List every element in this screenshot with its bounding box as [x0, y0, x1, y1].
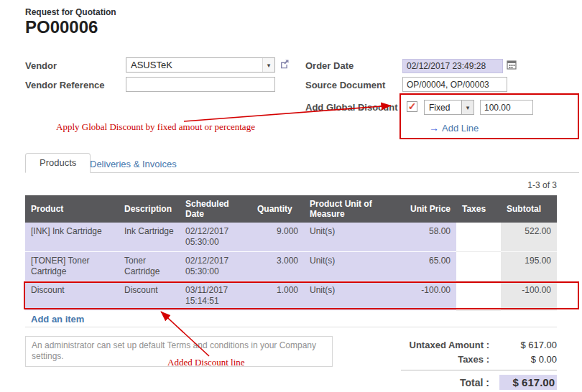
vendor-reference-input[interactable] [126, 77, 275, 92]
cell-taxes[interactable] [456, 252, 501, 281]
vendor-value: ASUSTeK [126, 60, 262, 70]
chevron-down-icon: ▾ [461, 101, 474, 114]
cell-product[interactable]: [TONER] Toner Cartridge [25, 252, 119, 281]
global-discount-label: Add Global Disocunt [305, 102, 398, 113]
total-row: Total : $ 617.00 [401, 375, 557, 390]
untaxed-amount-value: $ 617.00 [499, 340, 557, 350]
table-row[interactable]: [TONER] Toner Cartridge Toner Cartridge … [25, 252, 557, 281]
cell-uom[interactable]: Unit(s) [304, 252, 405, 281]
col-description: Description [119, 195, 180, 223]
cell-unit-price[interactable]: 65.00 [405, 252, 456, 281]
cell-subtotal: 522.00 [501, 223, 557, 252]
col-taxes: Taxes [456, 195, 501, 223]
col-quantity: Quantity [251, 195, 304, 223]
discount-amount-input[interactable] [480, 100, 533, 115]
page-title: PO00006 [25, 17, 98, 37]
table-row[interactable]: [INK] Ink Cartridge Ink Cartridge 02/12/… [25, 223, 557, 252]
totals-block: Untaxed Amount : $ 617.00 Taxes : $ 0.00… [401, 340, 557, 392]
vendor-reference-label: Vendor Reference [25, 80, 105, 90]
taxes-value: $ 0.00 [499, 354, 557, 365]
cell-product[interactable]: [INK] Ink Cartridge [25, 223, 119, 252]
cell-description[interactable]: Discount [119, 281, 180, 311]
source-document-label: Source Document [305, 80, 385, 90]
total-label: Total : [401, 377, 499, 388]
cell-description[interactable]: Toner Cartridge [119, 252, 180, 281]
table-bottom-divider [25, 327, 557, 327]
tabbar-divider [25, 172, 579, 173]
cell-taxes[interactable] [456, 281, 501, 311]
cell-quantity[interactable]: 9.000 [251, 223, 304, 252]
cell-product[interactable]: Discount [25, 281, 119, 311]
annotation-note-top: Apply Global Discount by fixed amout or … [56, 121, 255, 133]
add-line-button[interactable]: →Add Line [429, 121, 479, 134]
taxes-label: Taxes : [401, 354, 499, 365]
pager-label: 1-3 of 3 [527, 180, 557, 190]
external-link-icon[interactable] [280, 59, 290, 72]
cell-uom[interactable]: Unit(s) [304, 281, 405, 311]
order-date-label: Order Date [305, 60, 354, 71]
cell-subtotal: 195.00 [501, 252, 557, 281]
tab-products[interactable]: Products [25, 153, 91, 173]
annotation-note-bottom: Added Discount line [167, 357, 245, 368]
col-unit-price: Unit Price [405, 195, 456, 223]
table-row-discount[interactable]: Discount Discount 03/11/2017 15:14:51 1.… [25, 281, 557, 311]
calendar-icon[interactable] [507, 60, 517, 73]
cell-taxes[interactable] [456, 223, 501, 252]
add-an-item-link[interactable]: Add an item [31, 314, 84, 325]
cell-quantity[interactable]: 3.000 [251, 252, 304, 281]
arrow-right-icon: → [429, 122, 439, 134]
cell-subtotal: -100.00 [501, 281, 557, 311]
tab-deliveries-invoices[interactable]: Deliveries & Invoices [90, 159, 177, 169]
cell-unit-price[interactable]: -100.00 [405, 281, 456, 311]
col-product: Product [25, 195, 119, 223]
cell-scheduled-date[interactable]: 02/12/2017 05:30:00 [180, 252, 251, 281]
cell-scheduled-date[interactable]: 03/11/2017 15:14:51 [180, 281, 251, 311]
untaxed-amount-row: Untaxed Amount : $ 617.00 [401, 340, 557, 350]
add-line-label: Add Line [442, 123, 479, 134]
order-date-value: 02/12/2017 23:49:28 [407, 61, 486, 71]
col-scheduled-date: Scheduled Date [180, 195, 251, 223]
cell-quantity[interactable]: 1.000 [251, 281, 304, 311]
taxes-row: Taxes : $ 0.00 [401, 354, 557, 365]
untaxed-amount-label: Untaxed Amount : [401, 340, 499, 350]
totals-divider [401, 370, 557, 370]
source-document-input[interactable] [402, 77, 507, 92]
vendor-label: Vendor [25, 60, 57, 71]
cell-uom[interactable]: Unit(s) [304, 223, 405, 252]
doc-type-label: Request for Quotation [25, 7, 116, 17]
cell-description[interactable]: Ink Cartridge [119, 223, 180, 252]
col-subtotal: Subtotal [501, 195, 557, 223]
vendor-select[interactable]: ASUSTeK ▾ [126, 57, 275, 73]
global-discount-checkbox[interactable]: ✓ [407, 101, 417, 112]
cell-scheduled-date[interactable]: 02/12/2017 05:30:00 [180, 223, 251, 252]
purchase-order-form: Request for Quotation PO00006 Vendor ASU… [0, 0, 582, 392]
cell-unit-price[interactable]: 58.00 [405, 223, 456, 252]
discount-type-value: Fixed [425, 103, 461, 113]
col-uom: Product Unit of Measure [304, 195, 405, 223]
table-header-row: Product Description Scheduled Date Quant… [25, 195, 557, 223]
total-value: $ 617.00 [499, 375, 557, 390]
chevron-down-icon: ▾ [262, 58, 274, 72]
order-date-field[interactable]: 02/12/2017 23:49:28 [402, 59, 503, 73]
order-lines-table: Product Description Scheduled Date Quant… [25, 195, 557, 311]
discount-type-select[interactable]: Fixed ▾ [424, 100, 474, 115]
